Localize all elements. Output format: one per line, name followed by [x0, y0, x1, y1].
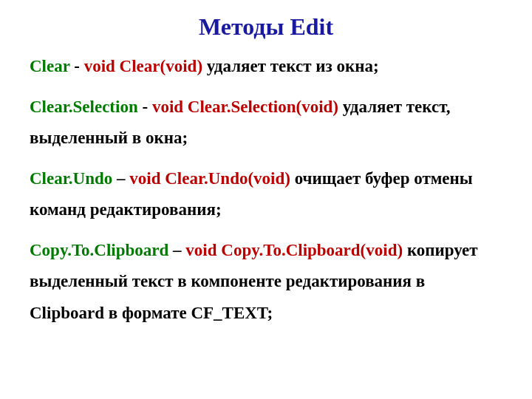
sep: - [138, 98, 152, 116]
method-desc: удаляет текст из окна; [202, 57, 379, 75]
page-title: Методы Edit [30, 13, 502, 41]
method-signature: void Copy.To.Clipboard(void) [185, 241, 403, 259]
sep: - [70, 57, 84, 75]
method-signature: void Clear(void) [84, 57, 202, 75]
method-signature: void Clear.Selection(void) [152, 98, 338, 116]
sep: – [168, 241, 185, 259]
method-entry: Copy.To.Clipboard – void Copy.To.Clipboa… [30, 235, 502, 330]
method-entry: Clear.Undo – void Clear.Undo(void) очища… [30, 163, 502, 226]
method-signature: void Clear.Undo(void) [129, 169, 290, 188]
method-name: Clear.Selection [30, 98, 138, 116]
method-entry: Clear - void Clear(void) удаляет текст и… [30, 51, 502, 83]
method-name: Clear [30, 57, 70, 75]
method-name: Copy.To.Clipboard [30, 241, 168, 259]
sep: – [112, 169, 129, 188]
method-name: Clear.Undo [30, 169, 112, 188]
slide-container: Методы Edit Clear - void Clear(void) уда… [0, 0, 532, 360]
method-entry: Clear.Selection - void Clear.Selection(v… [30, 92, 502, 154]
